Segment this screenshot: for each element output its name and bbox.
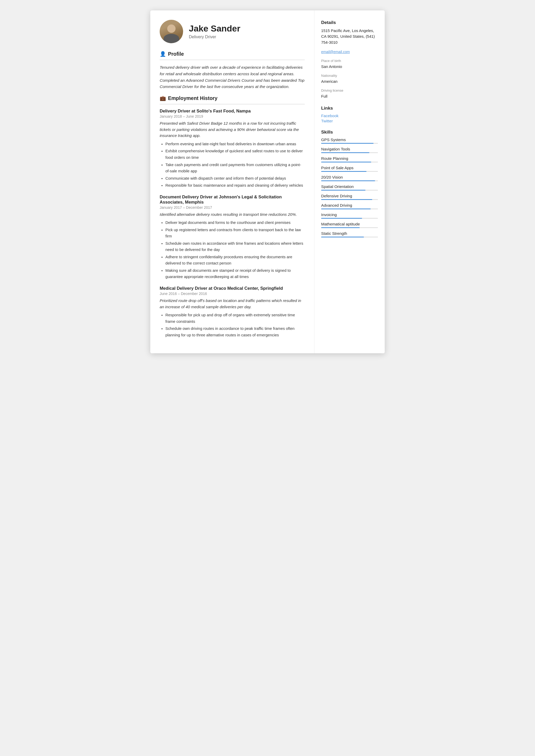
resume-document: Jake Sander Delivery Driver 👤 Profile Te… <box>150 11 385 353</box>
skill-name: Spatial Orientation <box>321 184 378 189</box>
list-item: Responsible for pick up and drop off of … <box>165 312 305 325</box>
links-section: Links Facebook Twitter <box>321 105 378 123</box>
profile-divider <box>160 60 305 60</box>
skill-name: 20/20 Vision <box>321 175 378 179</box>
header-section: Jake Sander Delivery Driver <box>160 20 305 43</box>
sidebar-column: Details 1515 Pacific Ave, Los Angeles, C… <box>314 11 385 353</box>
skill-bar-fill <box>321 199 372 200</box>
list-item: Perform evening and late-night fast food… <box>165 141 305 147</box>
list-item: Schedule own driving routes in accordanc… <box>165 325 305 338</box>
details-section: Details 1515 Pacific Ave, Los Angeles, C… <box>321 20 378 99</box>
facebook-link[interactable]: Facebook <box>321 114 378 118</box>
job-dates-1: January 2018 – June 2019 <box>160 114 305 119</box>
driving-license-label: Driving license <box>321 88 378 93</box>
list-item: Making sure all documents are stamped or… <box>165 267 305 280</box>
skill-bar-fill <box>321 171 366 172</box>
skill-bar-fill <box>321 180 375 181</box>
job-summary-1: Presented with Safest Driver Badge 12 mo… <box>160 120 305 139</box>
place-of-birth-value: San Antonio <box>321 64 378 69</box>
skill-bar-background <box>321 190 378 191</box>
job-dates-3: June 2016 – December 2016 <box>160 292 305 296</box>
list-item: Communicate with dispatch center and inf… <box>165 175 305 182</box>
employment-divider <box>160 104 305 104</box>
links-title: Links <box>321 105 378 111</box>
candidate-job-title: Delivery Driver <box>189 35 240 39</box>
nationality-label: Nationality <box>321 73 378 78</box>
skill-bar-fill <box>321 143 374 144</box>
skill-bar-background <box>321 218 378 219</box>
list-item: Pick up registered letters and contracts… <box>165 227 305 239</box>
skill-bar-fill <box>321 190 365 191</box>
skill-item: Static Strength <box>321 231 378 237</box>
skills-title: Skills <box>321 129 378 135</box>
skill-bar-fill <box>321 237 364 237</box>
skill-item: Invoicing <box>321 212 378 219</box>
skill-bar-background <box>321 180 378 181</box>
skill-bar-fill <box>321 227 360 228</box>
driving-license-item: Driving license Full <box>321 88 378 99</box>
skill-item: Spatial Orientation <box>321 184 378 191</box>
nationality-value: American <box>321 79 378 84</box>
email-link[interactable]: email@email.com <box>321 50 350 54</box>
skill-bar-background <box>321 227 378 228</box>
employment-section-title: 💼 Employment History <box>160 95 305 101</box>
skill-name: Defensive Driving <box>321 194 378 198</box>
list-item: Deliver legal documents and forms to the… <box>165 220 305 226</box>
job-block-2: Document Delivery Driver at Johnson's Le… <box>160 195 305 280</box>
skill-name: GPS Systems <box>321 137 378 142</box>
list-item: Adhere to stringent confidentiality proc… <box>165 254 305 267</box>
employment-icon: 💼 <box>160 95 166 101</box>
job-summary-2: Identified alternative delivery routes r… <box>160 211 305 218</box>
skill-item: Advanced Driving <box>321 203 378 209</box>
list-item: Schedule own routes in accordance with t… <box>165 240 305 253</box>
job-bullets-1: Perform evening and late-night fast food… <box>160 141 305 189</box>
skill-name: Advanced Driving <box>321 203 378 207</box>
skill-bar-background <box>321 237 378 237</box>
address-item: 1515 Pacific Ave, Los Angeles, CA 90291,… <box>321 28 378 45</box>
job-bullets-3: Responsible for pick up and drop off of … <box>160 312 305 338</box>
skill-item: Point of Sale Apps <box>321 166 378 172</box>
skills-list: GPS SystemsNavigation ToolsRoute Plannin… <box>321 137 378 237</box>
skills-section: Skills GPS SystemsNavigation ToolsRoute … <box>321 129 378 237</box>
skill-bar-fill <box>321 208 371 209</box>
skill-item: Mathematical aptitude <box>321 222 378 228</box>
job-block-1: Delivery Driver at Solito's Fast Food, N… <box>160 109 305 188</box>
place-of-birth-label: Place of birth <box>321 58 378 64</box>
skill-name: Route Planning <box>321 156 378 161</box>
list-item: Exhibit comprehensive knowledge of quick… <box>165 148 305 161</box>
place-of-birth-item: Place of birth San Antonio <box>321 58 378 69</box>
skill-bar-fill <box>321 152 369 153</box>
skill-item: Navigation Tools <box>321 147 378 153</box>
job-block-3: Medical Delivery Driver at Oraco Medical… <box>160 286 305 338</box>
details-title: Details <box>321 20 378 25</box>
skill-bar-fill <box>321 218 362 219</box>
skill-item: 20/20 Vision <box>321 175 378 181</box>
candidate-name: Jake Sander <box>189 24 240 34</box>
job-bullets-2: Deliver legal documents and forms to the… <box>160 220 305 280</box>
skill-bar-background <box>321 171 378 172</box>
skill-item: Route Planning <box>321 156 378 162</box>
profile-icon: 👤 <box>160 51 166 57</box>
skill-bar-background <box>321 162 378 162</box>
skill-name: Point of Sale Apps <box>321 166 378 170</box>
job-summary-3: Prioritized route drop off's based on lo… <box>160 298 305 310</box>
job-dates-2: January 2017 – December 2017 <box>160 205 305 209</box>
skill-name: Mathematical aptitude <box>321 222 378 226</box>
job-title-2: Document Delivery Driver at Johnson's Le… <box>160 195 305 205</box>
skill-name: Navigation Tools <box>321 147 378 151</box>
list-item: Take cash payments and credit card payme… <box>165 162 305 175</box>
skill-bar-background <box>321 143 378 144</box>
job-title-1: Delivery Driver at Solito's Fast Food, N… <box>160 109 305 114</box>
nationality-item: Nationality American <box>321 73 378 84</box>
driving-license-value: Full <box>321 94 378 99</box>
profile-text: Tenured delivery driver with over a deca… <box>160 64 305 90</box>
list-item: Responsible for basic maintenance and re… <box>165 182 305 189</box>
skill-bar-background <box>321 199 378 200</box>
skill-item: Defensive Driving <box>321 194 378 200</box>
twitter-link[interactable]: Twitter <box>321 119 378 123</box>
skill-bar-background <box>321 152 378 153</box>
email-item: email@email.com <box>321 49 378 55</box>
profile-section-title: 👤 Profile <box>160 51 305 57</box>
skill-name: Invoicing <box>321 212 378 217</box>
avatar <box>160 20 183 43</box>
